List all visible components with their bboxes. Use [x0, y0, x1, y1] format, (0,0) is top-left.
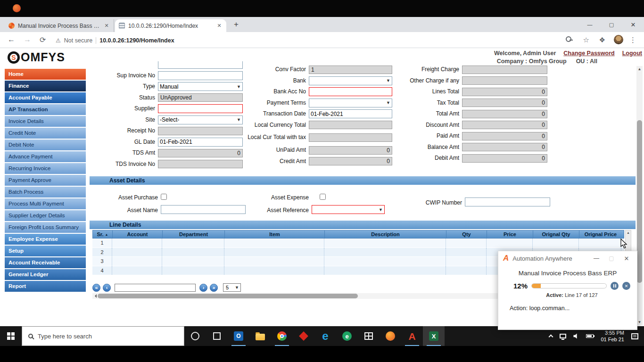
- taskbar-clock[interactable]: 3:55 PM 01 Feb 21: [601, 329, 624, 343]
- scroll-left-icon[interactable]: [93, 294, 97, 298]
- close-icon[interactable]: [621, 255, 632, 262]
- password-key-icon[interactable]: [566, 36, 572, 42]
- sidebar-item-foreign-profit-loss-summary[interactable]: Foreign Profit Loss Summary: [5, 222, 86, 233]
- outlook-button[interactable]: O: [228, 326, 249, 346]
- new-tab-button[interactable]: [234, 20, 239, 29]
- sidebar-item-invoice-details[interactable]: Invoice Details: [5, 116, 86, 127]
- sidebar-item-account-receivable[interactable]: Account Receivable: [5, 257, 86, 268]
- first-page-button[interactable]: [92, 284, 100, 292]
- sidebar-item-credit-note[interactable]: Credit Note: [5, 128, 86, 139]
- gl-date-input[interactable]: [158, 138, 243, 147]
- tray-expand-icon[interactable]: [549, 335, 553, 339]
- bookmark-star-icon[interactable]: [583, 36, 589, 44]
- cortana-button[interactable]: [184, 326, 206, 346]
- sidebar-item-debit-note[interactable]: Debit Note: [5, 140, 86, 150]
- col-item[interactable]: Item: [225, 230, 325, 238]
- orange-app-button[interactable]: [380, 326, 401, 346]
- automation-anywhere-button[interactable]: A: [401, 326, 423, 346]
- browser-tab-active[interactable]: 10.0.0.26:1290/Home/Index: [115, 19, 226, 32]
- volume-icon[interactable]: [573, 333, 579, 339]
- sidebar-item-ap-transaction[interactable]: AP Transaction: [5, 104, 86, 115]
- address-bar[interactable]: Not secure 10.0.0.26:1290/Home/Index: [56, 36, 174, 45]
- vertical-scroll-thumb[interactable]: [637, 120, 642, 283]
- supplier-input[interactable]: [158, 104, 243, 113]
- asset-reference-select[interactable]: [312, 205, 385, 214]
- app-diamond-button[interactable]: [293, 326, 314, 346]
- site-select[interactable]: -Select-: [158, 115, 243, 124]
- taskbar-search-input[interactable]: Type here to search: [22, 326, 184, 346]
- partial-top-input[interactable]: [158, 61, 243, 69]
- table-row[interactable]: 1: [92, 239, 624, 248]
- last-page-button[interactable]: [210, 284, 218, 292]
- logout-link[interactable]: Logout: [622, 50, 642, 57]
- forward-icon[interactable]: [24, 35, 31, 44]
- file-explorer-button[interactable]: [249, 326, 271, 346]
- horizontal-scroll-thumb[interactable]: [98, 294, 358, 298]
- extensions-icon[interactable]: [599, 36, 605, 44]
- page-number-input[interactable]: [115, 284, 196, 292]
- bank-select[interactable]: [309, 76, 392, 85]
- asset-name-input[interactable]: [161, 205, 246, 214]
- browser-tab-erp[interactable]: Manual Invoice Process Bass ERP: [5, 19, 114, 32]
- reload-icon[interactable]: [40, 35, 46, 44]
- change-password-link[interactable]: Change Password: [563, 50, 614, 57]
- sup-invoice-no-input[interactable]: [158, 71, 243, 80]
- automation-title-bar[interactable]: A Automation Anywhere: [498, 251, 637, 265]
- next-page-button[interactable]: [199, 284, 207, 292]
- sidebar-item-payment-approve[interactable]: Payment Approve: [5, 175, 86, 186]
- sidebar-item-process-multi-payment[interactable]: Process Multi Payment: [5, 198, 86, 209]
- type-select[interactable]: Manual: [158, 82, 243, 91]
- sidebar-item-employee-expense[interactable]: Employee Expense: [5, 234, 86, 245]
- maximize-icon[interactable]: [601, 17, 622, 32]
- pause-button[interactable]: [611, 282, 619, 290]
- close-icon[interactable]: [622, 17, 644, 32]
- sidebar-item-account-payable[interactable]: Account Payable: [5, 92, 86, 103]
- excel-button[interactable]: X: [423, 326, 445, 346]
- payment-terms-select[interactable]: [309, 99, 392, 107]
- col-qty[interactable]: Qty: [446, 230, 487, 238]
- sidebar-item-supplier-ledger-details[interactable]: Supplier Ledger Details: [5, 210, 86, 221]
- green-app-button[interactable]: e: [336, 326, 358, 346]
- chrome-button[interactable]: [271, 326, 293, 346]
- prev-page-button[interactable]: [103, 284, 111, 292]
- back-icon[interactable]: [8, 35, 15, 44]
- action-center-icon[interactable]: [631, 333, 638, 339]
- profile-avatar[interactable]: [614, 35, 623, 44]
- sidebar-item-recurring-invoice[interactable]: Recurring Invoice: [5, 163, 86, 174]
- asset-purchase-checkbox[interactable]: [161, 194, 167, 200]
- sidebar-item-general-ledger[interactable]: General Ledger: [5, 269, 86, 280]
- sidebar-item-finance[interactable]: Finance: [5, 81, 86, 91]
- col-account[interactable]: Account: [113, 230, 163, 238]
- scroll-up-icon[interactable]: [627, 231, 630, 234]
- not-secure-label: Not secure: [64, 37, 92, 44]
- browser-menu-icon[interactable]: [629, 36, 636, 44]
- transaction-date-input[interactable]: [309, 109, 392, 118]
- col-sr[interactable]: Sr.: [93, 230, 113, 238]
- scroll-up-icon[interactable]: [636, 67, 643, 71]
- minimize-icon[interactable]: [579, 17, 601, 32]
- battery-icon[interactable]: [586, 334, 594, 338]
- col-department[interactable]: Department: [163, 230, 225, 238]
- col-orignal-qty[interactable]: Orignal Qty: [533, 230, 579, 238]
- stop-button[interactable]: [622, 282, 630, 290]
- spreadsheet-grid-button[interactable]: [358, 326, 380, 346]
- minimize-icon[interactable]: [591, 255, 602, 262]
- edge-button[interactable]: e: [314, 326, 336, 346]
- sidebar-item-home[interactable]: Home: [5, 69, 86, 80]
- sidebar-item-report[interactable]: Report: [5, 281, 86, 292]
- cwip-number-input[interactable]: [465, 197, 550, 206]
- col-price[interactable]: Price: [487, 230, 533, 238]
- tab-close-icon[interactable]: [103, 23, 110, 29]
- start-button[interactable]: [0, 326, 22, 346]
- sidebar-item-batch-process[interactable]: Batch Process: [5, 187, 86, 197]
- col-description[interactable]: Description: [325, 230, 446, 238]
- task-view-button[interactable]: [206, 326, 228, 346]
- tab-close-icon[interactable]: [216, 23, 223, 29]
- network-icon[interactable]: [560, 334, 566, 338]
- bank-acc-no-input[interactable]: [309, 87, 392, 96]
- sidebar-item-setup[interactable]: Setup: [5, 246, 86, 256]
- page-size-select[interactable]: 5: [223, 283, 241, 292]
- col-orignal-price[interactable]: Orignal Price: [579, 230, 622, 238]
- sidebar-item-advance-payment[interactable]: Advance Payment: [5, 151, 86, 162]
- asset-expense-checkbox[interactable]: [320, 194, 326, 200]
